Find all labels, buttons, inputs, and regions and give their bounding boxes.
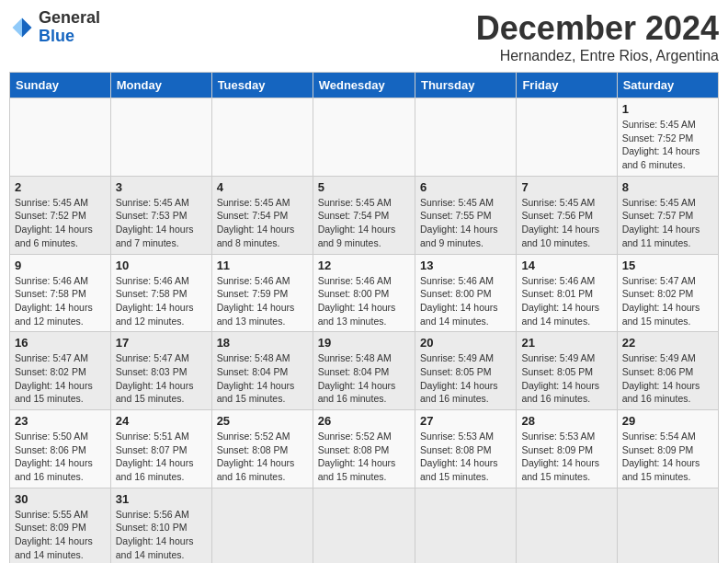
calendar-table: SundayMondayTuesdayWednesdayThursdayFrid… (9, 72, 719, 563)
calendar-cell: 28Sunrise: 5:53 AMSunset: 8:09 PMDayligh… (517, 410, 617, 488)
day-detail: Sunrise: 5:46 AMSunset: 7:58 PMDaylight:… (116, 274, 207, 328)
day-detail: Sunrise: 5:45 AMSunset: 7:55 PMDaylight:… (420, 196, 511, 250)
calendar-cell: 25Sunrise: 5:52 AMSunset: 8:08 PMDayligh… (211, 410, 313, 488)
calendar-cell: 11Sunrise: 5:46 AMSunset: 7:59 PMDayligh… (211, 254, 313, 332)
calendar-cell: 22Sunrise: 5:49 AMSunset: 8:06 PMDayligh… (617, 332, 718, 410)
calendar-cell: 3Sunrise: 5:45 AMSunset: 7:53 PMDaylight… (110, 176, 211, 254)
day-number: 12 (318, 259, 410, 272)
logo-icon (9, 15, 35, 40)
day-detail: Sunrise: 5:48 AMSunset: 8:04 PMDaylight:… (318, 351, 410, 406)
day-detail: Sunrise: 5:49 AMSunset: 8:06 PMDaylight:… (622, 351, 713, 406)
day-number: 15 (622, 259, 713, 272)
calendar-cell (10, 98, 111, 177)
day-number: 23 (15, 414, 106, 428)
calendar-cell: 17Sunrise: 5:47 AMSunset: 8:03 PMDayligh… (110, 332, 211, 410)
calendar-cell: 15Sunrise: 5:47 AMSunset: 8:02 PMDayligh… (617, 254, 718, 332)
day-detail: Sunrise: 5:50 AMSunset: 8:06 PMDaylight:… (15, 430, 106, 484)
day-number: 4 (217, 180, 308, 194)
calendar-week-row: 1Sunrise: 5:45 AMSunset: 7:52 PMDaylight… (10, 98, 719, 177)
calendar-cell (415, 98, 516, 177)
day-detail: Sunrise: 5:52 AMSunset: 8:08 PMDaylight:… (318, 430, 410, 484)
day-number: 3 (116, 180, 207, 194)
day-number: 26 (318, 414, 410, 428)
day-number: 22 (622, 336, 713, 350)
day-number: 6 (420, 180, 511, 194)
day-detail: Sunrise: 5:45 AMSunset: 7:54 PMDaylight:… (217, 196, 308, 250)
day-detail: Sunrise: 5:47 AMSunset: 8:02 PMDaylight:… (15, 351, 106, 406)
calendar-cell: 10Sunrise: 5:46 AMSunset: 7:58 PMDayligh… (110, 254, 211, 332)
day-number: 16 (15, 336, 106, 350)
day-detail: Sunrise: 5:46 AMSunset: 8:00 PMDaylight:… (420, 274, 511, 328)
svg-marker-0 (22, 17, 32, 37)
day-detail: Sunrise: 5:49 AMSunset: 8:05 PMDaylight:… (521, 351, 611, 406)
svg-marker-1 (13, 17, 23, 37)
day-number: 8 (622, 180, 713, 194)
day-number: 7 (521, 180, 611, 194)
day-number: 9 (15, 259, 106, 272)
header-day: Tuesday (211, 73, 313, 98)
calendar-subtitle: Hernandez, Entre Rios, Argentina (476, 48, 719, 64)
day-number: 29 (622, 414, 713, 428)
day-number: 14 (521, 259, 611, 272)
calendar-cell: 31Sunrise: 5:56 AMSunset: 8:10 PMDayligh… (110, 488, 211, 563)
calendar-cell: 14Sunrise: 5:46 AMSunset: 8:01 PMDayligh… (517, 254, 617, 332)
logo-text: General Blue (39, 9, 100, 46)
header-row: SundayMondayTuesdayWednesdayThursdayFrid… (10, 73, 719, 98)
header-day: Saturday (617, 73, 718, 98)
day-detail: Sunrise: 5:46 AMSunset: 8:00 PMDaylight:… (318, 274, 410, 328)
day-detail: Sunrise: 5:52 AMSunset: 8:08 PMDaylight:… (217, 430, 308, 484)
calendar-cell: 29Sunrise: 5:54 AMSunset: 8:09 PMDayligh… (617, 410, 718, 488)
day-number: 18 (217, 336, 308, 350)
day-number: 27 (420, 414, 511, 428)
day-number: 1 (622, 102, 713, 116)
day-number: 30 (15, 492, 106, 506)
header-day: Friday (517, 73, 617, 98)
day-number: 31 (116, 492, 207, 506)
calendar-week-row: 9Sunrise: 5:46 AMSunset: 7:58 PMDaylight… (10, 254, 719, 332)
calendar-week-row: 16Sunrise: 5:47 AMSunset: 8:02 PMDayligh… (10, 332, 719, 410)
day-detail: Sunrise: 5:45 AMSunset: 7:56 PMDaylight:… (521, 196, 611, 250)
calendar-cell: 4Sunrise: 5:45 AMSunset: 7:54 PMDaylight… (211, 176, 313, 254)
day-number: 28 (521, 414, 611, 428)
calendar-week-row: 2Sunrise: 5:45 AMSunset: 7:52 PMDaylight… (10, 176, 719, 254)
day-detail: Sunrise: 5:47 AMSunset: 8:02 PMDaylight:… (622, 274, 713, 328)
day-number: 24 (116, 414, 207, 428)
calendar-week-row: 23Sunrise: 5:50 AMSunset: 8:06 PMDayligh… (10, 410, 719, 488)
calendar-cell: 2Sunrise: 5:45 AMSunset: 7:52 PMDaylight… (10, 176, 111, 254)
day-number: 21 (521, 336, 611, 350)
calendar-cell (211, 488, 313, 563)
calendar-cell: 26Sunrise: 5:52 AMSunset: 8:08 PMDayligh… (313, 410, 415, 488)
day-detail: Sunrise: 5:45 AMSunset: 7:57 PMDaylight:… (622, 196, 713, 250)
day-number: 25 (217, 414, 308, 428)
calendar-cell: 30Sunrise: 5:55 AMSunset: 8:09 PMDayligh… (10, 488, 111, 563)
day-detail: Sunrise: 5:46 AMSunset: 7:58 PMDaylight:… (15, 274, 106, 328)
day-detail: Sunrise: 5:46 AMSunset: 7:59 PMDaylight:… (217, 274, 308, 328)
calendar-cell: 12Sunrise: 5:46 AMSunset: 8:00 PMDayligh… (313, 254, 415, 332)
calendar-cell: 19Sunrise: 5:48 AMSunset: 8:04 PMDayligh… (313, 332, 415, 410)
day-number: 11 (217, 259, 308, 272)
day-detail: Sunrise: 5:45 AMSunset: 7:52 PMDaylight:… (15, 196, 106, 250)
calendar-cell: 6Sunrise: 5:45 AMSunset: 7:55 PMDaylight… (415, 176, 516, 254)
calendar-cell (211, 98, 313, 177)
title-block: December 2024 Hernandez, Entre Rios, Arg… (476, 9, 719, 64)
header: General Blue December 2024 Hernandez, En… (9, 9, 719, 64)
calendar-cell (617, 488, 718, 563)
calendar-cell: 7Sunrise: 5:45 AMSunset: 7:56 PMDaylight… (517, 176, 617, 254)
calendar-cell: 24Sunrise: 5:51 AMSunset: 8:07 PMDayligh… (110, 410, 211, 488)
day-detail: Sunrise: 5:45 AMSunset: 7:52 PMDaylight:… (622, 118, 713, 172)
day-number: 20 (420, 336, 511, 350)
calendar-cell: 5Sunrise: 5:45 AMSunset: 7:54 PMDaylight… (313, 176, 415, 254)
calendar-cell: 16Sunrise: 5:47 AMSunset: 8:02 PMDayligh… (10, 332, 111, 410)
calendar-cell: 9Sunrise: 5:46 AMSunset: 7:58 PMDaylight… (10, 254, 111, 332)
day-detail: Sunrise: 5:54 AMSunset: 8:09 PMDaylight:… (622, 430, 713, 484)
day-detail: Sunrise: 5:47 AMSunset: 8:03 PMDaylight:… (116, 351, 207, 406)
calendar-cell (110, 98, 211, 177)
day-number: 19 (318, 336, 410, 350)
calendar-cell: 20Sunrise: 5:49 AMSunset: 8:05 PMDayligh… (415, 332, 516, 410)
calendar-cell (517, 98, 617, 177)
calendar-cell: 13Sunrise: 5:46 AMSunset: 8:00 PMDayligh… (415, 254, 516, 332)
logo: General Blue (9, 9, 100, 46)
header-day: Sunday (10, 73, 111, 98)
header-day: Monday (110, 73, 211, 98)
day-detail: Sunrise: 5:51 AMSunset: 8:07 PMDaylight:… (116, 430, 207, 484)
